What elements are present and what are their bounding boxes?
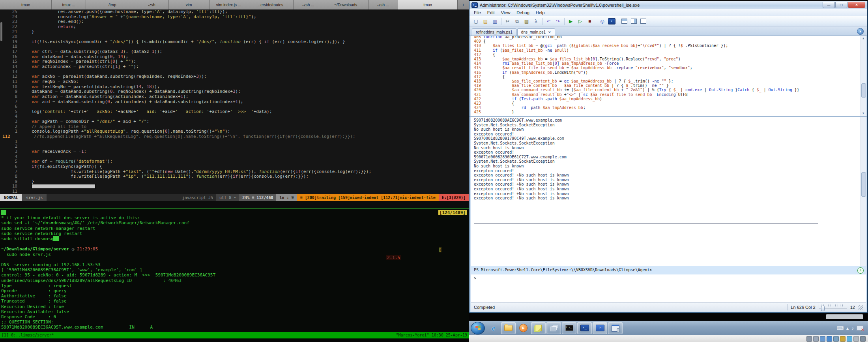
vbox-cd-icon[interactable] — [813, 336, 819, 342]
terminal-tab-7[interactable]: -zsh ... — [294, 0, 323, 9]
editor-line-number: 419 — [471, 83, 483, 88]
script-editor-pane[interactable]: 408function aa_processor_function_bb409{… — [471, 36, 866, 116]
editor-line-number: 417 — [471, 75, 483, 79]
app-stack-icon[interactable] — [546, 322, 561, 334]
console-line: excepton occured! +No such host is known — [474, 173, 866, 178]
sticky-notes-icon[interactable] — [531, 322, 546, 334]
vim-command-line[interactable] — [0, 201, 469, 209]
close-button[interactable]: ✕ — [848, 2, 865, 8]
console-output: 59071d08200089AE6C96T.www.example.comSys… — [471, 117, 866, 201]
vim-code-line: 9dataRand = dataRand.substring(0, reqNoI… — [0, 89, 469, 94]
new-remote-powershell-tab-button[interactable]: ◎ — [598, 17, 607, 25]
script-tab-refineddns-main-ps1[interactable]: refineddns_main.ps1 — [472, 28, 516, 36]
console-output-pane[interactable]: 59071d08200089AE6C96T.www.example.comSys… — [471, 117, 866, 266]
redo-button[interactable]: ↷ — [554, 17, 563, 25]
menu-item-file[interactable]: File — [471, 10, 484, 15]
vbox-hdd-icon[interactable] — [806, 336, 812, 342]
new-script-button[interactable]: ▢ — [471, 17, 481, 25]
vim-code-text — [21, 184, 95, 189]
vbox-mouse-icon[interactable] — [860, 336, 866, 342]
start-powershell-exe-button[interactable]: › — [607, 17, 616, 25]
ise-title-bar[interactable]: ›_ Administrator: C:\Windows\System32\Wi… — [470, 1, 867, 9]
terminal-tab-6[interactable]: ..erside/routes — [248, 0, 294, 9]
vim-encoding: utf-8 ∙ — [216, 194, 239, 201]
powershell-icon[interactable]: ›_ — [577, 322, 592, 334]
save-button[interactable]: ▥ — [490, 17, 499, 25]
terminal-tab-8[interactable]: ~/Downloads — [323, 0, 369, 9]
editor-line: 423 { — [471, 101, 866, 105]
cmd-icon[interactable]: C:\_ — [562, 322, 576, 334]
editor-scrollbar[interactable]: ▲ ▼ — [861, 36, 866, 116]
editor-line: 409{ — [471, 39, 866, 43]
show-script-pane-right-button[interactable] — [629, 17, 638, 25]
menu-item-debug[interactable]: Debug — [513, 10, 532, 15]
zoom-slider-thumb[interactable] — [821, 306, 825, 311]
show-script-pane-top-button[interactable] — [620, 17, 629, 25]
powershell-ise-icon[interactable]: › — [593, 322, 607, 334]
vbox-usb-icon[interactable] — [833, 336, 839, 342]
terminal-tab-10[interactable]: tmux — [398, 0, 458, 9]
terminal-tab-2[interactable]: /tmp — [86, 0, 139, 9]
vbox-recording-icon[interactable] — [853, 336, 859, 342]
close-tab-icon[interactable]: ✕ — [548, 30, 551, 34]
open-script-button[interactable]: ▤ — [481, 17, 490, 25]
menu-item-help[interactable]: Help — [533, 10, 548, 15]
run-selection-button[interactable]: ▷ — [576, 17, 585, 25]
media-player-icon[interactable]: ▶ — [516, 323, 530, 334]
terminal-tab-4[interactable]: vim — [169, 0, 210, 9]
terminal-tab-0[interactable]: tmux — [0, 0, 52, 9]
menu-item-edit[interactable]: Edit — [484, 10, 498, 15]
internet-explorer-icon[interactable]: e — [486, 323, 500, 334]
terminal-tab-bar: tmuxtmux .../tmp-zsh ...vimvim index.js … — [0, 0, 458, 10]
scroll-down-arrow[interactable]: ▼ — [861, 111, 866, 116]
copy-button[interactable]: ⧉ — [513, 17, 522, 25]
vim-code-text: var receivedAck = -1; — [21, 149, 86, 154]
scroll-up-arrow[interactable]: ▲ — [861, 36, 866, 41]
keyboard-icon[interactable]: ⌨ — [837, 325, 844, 331]
vbox-shared-folders-icon[interactable] — [840, 336, 846, 342]
command-input[interactable]: > — [471, 274, 866, 302]
network-error-icon[interactable]: ✕ — [857, 325, 863, 331]
volume-icon[interactable]: ♪ — [851, 325, 854, 331]
zoom-slider[interactable] — [819, 304, 847, 310]
tmux-session-window[interactable]: [1] 0:..limpse/server* — [2, 332, 54, 338]
console-scroll-thumb[interactable] — [861, 172, 866, 197]
editor-scroll-thumb[interactable] — [861, 83, 866, 98]
vbox-network-icon[interactable] — [827, 336, 832, 342]
undo-button[interactable]: ↶ — [544, 17, 553, 25]
menu-item-view[interactable]: View — [498, 10, 514, 15]
run-script-button[interactable]: ▶ — [566, 17, 575, 25]
vbox-display-icon[interactable] — [847, 336, 852, 342]
console-line: 59071d08200089AE6C96T.www.example.com — [474, 118, 866, 123]
terminal-scrollbar[interactable] — [0, 22, 2, 41]
console-line: excepton occured! — [474, 150, 866, 155]
windows-explorer-icon[interactable] — [501, 322, 516, 334]
terminal-tab-1[interactable]: tmux ... — [52, 0, 86, 9]
resize-grip[interactable] — [858, 305, 863, 310]
vim-editor-pane[interactable]: 25 res.answer.push({name:hostname, type:… — [0, 9, 469, 194]
collapse-script-pane-button[interactable]: ▲ — [857, 28, 864, 35]
minimize-button[interactable]: — — [823, 2, 835, 8]
cut-button[interactable]: ✂ — [503, 17, 512, 25]
terminal-tab-5[interactable]: vim index.js ... — [210, 0, 249, 9]
vim-code-text — [21, 144, 32, 149]
start-button[interactable] — [471, 322, 485, 334]
new-tab-button[interactable]: + — [457, 0, 469, 9]
expand-output-button[interactable]: ↑ — [857, 267, 864, 274]
vim-line-number: 3 — [0, 119, 21, 124]
clear-console-button[interactable]: λ — [531, 17, 541, 25]
vbox-audio-icon[interactable] — [820, 336, 825, 342]
show-hidden-icons-button[interactable]: ▴ — [846, 325, 849, 331]
tmux-status-bar: [1] 0:..limpse/server* "Marcos-Yoroi" 10… — [0, 332, 469, 338]
show-script-pane-max-button[interactable] — [639, 17, 648, 25]
shell-line: Authoritative : false — [1, 293, 469, 299]
terminal-tab-9[interactable]: -zsh ... — [369, 0, 398, 9]
shell-pane[interactable]: * if your linux default dns server is ac… — [0, 209, 469, 332]
console-scrollbar[interactable] — [861, 117, 866, 266]
remote-viewer-icon[interactable] — [608, 322, 623, 334]
terminal-tab-3[interactable]: -zsh ... — [139, 0, 169, 9]
maximize-button[interactable]: ▢ — [835, 2, 847, 8]
paste-button[interactable]: ▦ — [522, 17, 531, 25]
script-tab-dns-main-ps1[interactable]: dns_main.ps1✕ — [517, 28, 555, 36]
stop-operation-button[interactable]: ■ — [585, 17, 594, 25]
